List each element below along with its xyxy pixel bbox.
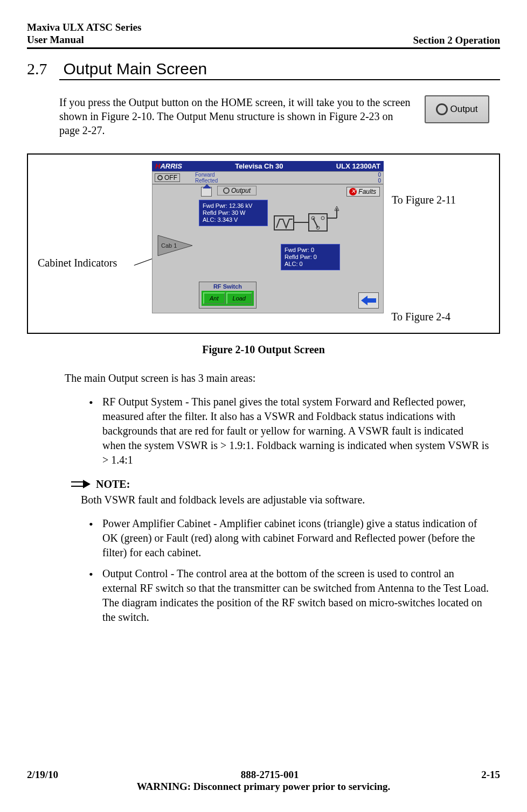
output-tab[interactable]: Output <box>217 186 256 195</box>
titlebar-right: ULX 12300AT <box>336 162 380 170</box>
cabinet-icon[interactable]: Cab 1 <box>156 233 195 258</box>
page-footer: 2/19/10 888-2715-001 2-15 WARNING: Disco… <box>0 769 527 793</box>
screen-body: Output ✕Faults Fwd Pwr: 12.36 kV Refld P… <box>152 184 384 313</box>
svg-line-7 <box>313 218 318 228</box>
svg-rect-3 <box>309 214 327 231</box>
footer-page: 2-15 <box>481 769 500 781</box>
figure-caption: Figure 2-10 Output Screen <box>27 344 500 356</box>
refld-pwr-value: Refld Pwr: 30 W <box>203 209 264 216</box>
bullet-list-1: RF Output System - This panel gives the … <box>97 395 489 467</box>
cab-refld-pwr: Refld Pwr: 0 <box>285 254 336 261</box>
note-text: Both VSWR fault and foldback levels are … <box>81 493 489 507</box>
section-title: 2.7 Output Main Screen <box>27 60 500 78</box>
product-name: Maxiva ULX ATSC Series <box>27 22 141 34</box>
titlebar: HHARRISARRIS Televisa Ch 30 ULX 12300AT <box>152 161 384 171</box>
note-arrow-icon <box>70 480 91 488</box>
page-header: Maxiva ULX ATSC Series User Manual Secti… <box>27 22 500 49</box>
output-tab-circle-icon <box>223 187 230 194</box>
footer-row: 2/19/10 888-2715-001 2-15 <box>27 769 500 781</box>
footer-docnum: 888-2715-001 <box>241 769 299 781</box>
output-button-label: Output <box>450 104 477 115</box>
cab-fwd-pwr: Fwd Pwr: 0 <box>285 247 336 254</box>
titlebar-center: Televisa Ch 30 <box>235 162 283 170</box>
figure-frame: Cabinet Indicators To Figure 2-11 To Fig… <box>27 153 500 334</box>
section-label: Section 2 Operation <box>413 34 501 46</box>
svg-marker-14 <box>83 480 91 488</box>
alc-value: ALC: 3.343 V <box>203 216 264 223</box>
load-button[interactable]: Load <box>226 292 252 304</box>
output-button[interactable]: Output <box>425 95 489 123</box>
rf-switch-buttons: Ant Load <box>202 291 254 306</box>
status-bar: OFF Forward Reflected 0 0 <box>152 171 384 184</box>
bullet-rf-output: RF Output System - This panel gives the … <box>97 395 489 467</box>
fwd-pwr-value: Fwd Pwr: 12.36 kV <box>203 202 264 209</box>
logo: HHARRISARRIS <box>155 162 182 170</box>
rf-path-diagram <box>271 206 346 239</box>
output-tab-label: Output <box>231 187 251 194</box>
home-icon[interactable] <box>201 187 212 197</box>
cabinet-power-panel: Fwd Pwr: 0 Refld Pwr: 0 ALC: 0 <box>281 244 340 271</box>
faults-label: Faults <box>358 188 376 195</box>
back-button[interactable] <box>358 292 379 309</box>
bullet-pa-cabinet: Power Amplifier Cabinet - Amplifier cabi… <box>97 516 489 560</box>
off-dot-icon <box>157 175 163 180</box>
annotation-fig4: To Figure 2-4 <box>391 311 450 323</box>
footer-date: 2/19/10 <box>27 769 58 781</box>
off-indicator[interactable]: OFF <box>155 173 180 182</box>
forward-value: 0 <box>378 172 381 178</box>
annotation-cabinet: Cabinet Indicators <box>38 257 117 269</box>
output-circle-icon <box>436 103 448 115</box>
intro-paragraph: If you press the Output button on the HO… <box>59 95 411 137</box>
reflected-value: 0 <box>378 178 381 184</box>
system-power-panel: Fwd Pwr: 12.36 kV Refld Pwr: 30 W ALC: 3… <box>199 200 268 227</box>
note-row: NOTE: <box>70 478 500 491</box>
section-heading: Output Main Screen <box>64 60 207 78</box>
fwd-rfl-labels: Forward Reflected <box>195 172 218 184</box>
rf-switch-panel: RF Switch Ant Load <box>199 282 256 309</box>
ui-screenshot: HHARRISARRIS Televisa Ch 30 ULX 12300AT … <box>152 161 384 313</box>
forward-label: Forward <box>195 172 218 178</box>
faults-button[interactable]: ✕Faults <box>346 187 380 197</box>
reflected-label: Reflected <box>195 178 218 184</box>
footer-warning: WARNING: Disconnect primary power prior … <box>27 781 500 793</box>
bullet-output-control: Output Control - The control area at the… <box>97 566 489 625</box>
cab-label-text: Cab 1 <box>161 242 177 249</box>
section-number: 2.7 <box>27 60 47 78</box>
note-label: NOTE: <box>96 478 130 491</box>
title-rule <box>59 79 500 80</box>
header-left: Maxiva ULX ATSC Series User Manual <box>27 22 141 46</box>
svg-marker-11 <box>361 296 376 305</box>
annotation-fig11: To Figure 2-11 <box>392 194 456 206</box>
rf-switch-label: RF Switch <box>202 283 254 290</box>
svg-point-5 <box>321 216 324 220</box>
cab-alc: ALC: 0 <box>285 261 336 268</box>
fault-x-icon: ✕ <box>349 188 357 195</box>
intro-row: If you press the Output button on the HO… <box>59 95 489 137</box>
bullet-list-2: Power Amplifier Cabinet - Amplifier cabi… <box>97 516 489 625</box>
ant-button[interactable]: Ant <box>203 292 225 304</box>
main-paragraph: The main Output screen is has 3 main are… <box>65 371 489 385</box>
doc-type: User Manual <box>27 34 141 46</box>
off-label: OFF <box>164 174 177 181</box>
